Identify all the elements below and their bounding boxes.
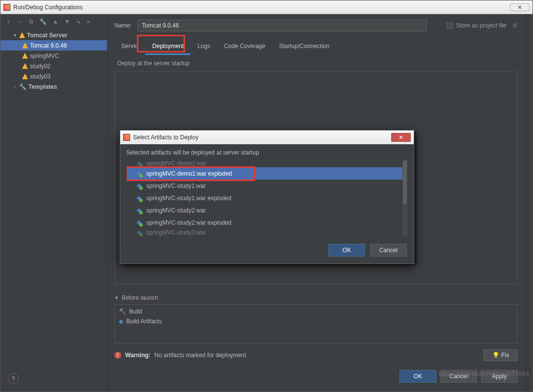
move-up-button[interactable]: ▲ xyxy=(53,18,58,25)
modal-cancel-button[interactable]: Cancel xyxy=(370,244,407,257)
tab-server[interactable]: Server xyxy=(114,39,145,55)
cancel-button[interactable]: Cancel xyxy=(440,370,477,383)
window-title: Run/Debug Configurations xyxy=(13,4,82,11)
config-header: Name: Store as project file ⚙ xyxy=(107,14,525,34)
before-launch-list[interactable]: 🔨 Build ◆ Build Artifacts xyxy=(114,304,518,343)
tree-leaf-study03[interactable]: study03 xyxy=(0,71,107,81)
tree-leaf-study02[interactable]: study02 xyxy=(0,61,107,71)
tab-code-coverage[interactable]: Code Coverage xyxy=(217,39,272,55)
artifact-icon xyxy=(135,160,142,167)
config-tree: ▾ Tomcat Server Tomcat 9.0.46 springMVC … xyxy=(0,29,107,93)
tomcat-icon xyxy=(22,53,28,59)
artifact-row[interactable]: springMVC-demo1:war xyxy=(127,159,407,167)
config-sidebar: ＋ － ⧉ 🔧 ▲ ▼ ↳ » ▾ Tomcat Server Tomcat 9… xyxy=(0,14,107,392)
sidebar-toolbar: ＋ － ⧉ 🔧 ▲ ▼ ↳ » xyxy=(0,14,107,29)
checkbox-box xyxy=(447,23,453,29)
store-label: Store as project file xyxy=(456,22,506,29)
gear-icon[interactable]: ⚙ xyxy=(512,22,518,29)
warning-row: ! Warning: No artifacts marked for deplo… xyxy=(114,349,518,361)
artifact-icon xyxy=(135,229,142,236)
app-icon xyxy=(3,4,10,11)
artifact-icon: ◆ xyxy=(119,318,123,325)
right-scrollbar[interactable] xyxy=(525,14,533,392)
deploy-section-label: Deploy at the server startup xyxy=(114,58,518,69)
modal-buttons: OK Cancel xyxy=(120,237,414,263)
before-launch-item-label: Build Artifacts xyxy=(126,318,162,325)
chevron-down-icon: ▾ xyxy=(12,32,17,38)
before-launch-item-label: Build xyxy=(129,308,142,315)
tomcat-icon xyxy=(19,32,25,38)
chevron-right-icon: › xyxy=(12,84,17,89)
tab-logs[interactable]: Logs xyxy=(190,39,217,55)
warning-icon: ! xyxy=(114,352,121,359)
help-button[interactable]: ? xyxy=(8,373,19,384)
edit-defaults-button[interactable]: 🔧 xyxy=(39,18,47,25)
tree-leaf-tomcat9046[interactable]: Tomcat 9.0.46 xyxy=(0,40,107,51)
remove-config-button[interactable]: － xyxy=(17,18,23,26)
tree-node-label: Templates xyxy=(28,83,57,90)
artifact-row-selected[interactable]: springMVC-demo1:war exploded xyxy=(127,167,407,180)
tomcat-icon xyxy=(22,74,28,79)
warning-bold: Warning: xyxy=(125,352,151,359)
tab-startup-connection[interactable]: Startup/Connection xyxy=(272,39,336,55)
close-icon: ✕ xyxy=(399,134,403,141)
expand-button[interactable]: » xyxy=(87,18,90,25)
modal-close-button[interactable]: ✕ xyxy=(391,133,411,142)
before-launch-item-build[interactable]: 🔨 Build xyxy=(116,307,516,316)
tree-leaf-label: springMVC xyxy=(30,52,59,59)
bulb-icon: 💡 xyxy=(492,352,500,359)
tree-leaf-label: study02 xyxy=(30,63,51,70)
name-label: Name: xyxy=(114,22,132,29)
before-launch-item-build-artifacts[interactable]: ◆ Build Artifacts xyxy=(116,316,516,326)
select-artifacts-dialog: Select Artifacts to Deploy ✕ Selected ar… xyxy=(120,130,414,264)
hammer-icon: 🔨 xyxy=(119,308,126,315)
artifact-icon xyxy=(135,195,142,202)
modal-title: Select Artifacts to Deploy xyxy=(133,134,198,141)
tree-node-tomcat-server[interactable]: ▾ Tomcat Server xyxy=(0,30,107,40)
modal-titlebar: Select Artifacts to Deploy ✕ xyxy=(120,131,414,144)
fix-label: Fix xyxy=(502,352,509,359)
folder-button[interactable]: ↳ xyxy=(76,18,81,25)
artifact-row[interactable]: springMVC-study1:war exploded xyxy=(127,192,407,204)
tree-leaf-springmvc[interactable]: springMVC xyxy=(0,51,107,61)
fix-button[interactable]: 💡 Fix xyxy=(483,349,518,361)
tomcat-icon xyxy=(22,43,28,49)
artifact-icon xyxy=(135,170,142,177)
modal-subtitle: Selected artifacts will be deployed at s… xyxy=(126,149,408,156)
apply-button[interactable]: Apply xyxy=(481,370,518,383)
window-close-button[interactable]: ✕ xyxy=(510,3,530,11)
chevron-down-icon: ▼ xyxy=(114,295,119,300)
artifact-icon xyxy=(135,207,142,214)
tomcat-icon xyxy=(22,63,28,69)
artifact-row[interactable]: springMVC-study2:war xyxy=(127,204,407,216)
ok-button[interactable]: OK xyxy=(400,370,436,383)
window-titlebar: Run/Debug Configurations ✕ xyxy=(0,0,533,14)
tree-node-templates[interactable]: › 🔧 Templates xyxy=(0,81,107,92)
dialog-buttons: OK Cancel Apply xyxy=(107,361,525,392)
warning-text: No artifacts marked for deployment xyxy=(155,352,246,359)
app-icon xyxy=(123,134,130,141)
artifact-icon xyxy=(135,183,142,189)
store-as-project-file-checkbox[interactable]: Store as project file xyxy=(447,22,506,29)
config-tabbar: Server Deployment Logs Code Coverage Sta… xyxy=(107,34,525,55)
wrench-icon: 🔧 xyxy=(19,83,27,90)
before-launch-header[interactable]: ▼ Before launch xyxy=(114,291,518,304)
tree-node-label: Tomcat Server xyxy=(27,32,67,39)
artifact-list-scrollbar[interactable] xyxy=(402,159,407,236)
artifact-list[interactable]: springMVC-demo1:war springMVC-demo1:war … xyxy=(126,159,408,237)
artifact-row[interactable]: springMVC-study2:war exploded xyxy=(127,216,407,229)
artifact-icon xyxy=(135,219,142,226)
close-icon: ✕ xyxy=(517,4,522,11)
add-config-button[interactable]: ＋ xyxy=(5,18,11,26)
config-name-input[interactable] xyxy=(137,20,427,31)
artifact-row[interactable]: springMVC-study3:war xyxy=(127,229,407,236)
tree-leaf-label: Tomcat 9.0.46 xyxy=(30,42,67,49)
before-launch-title: Before launch xyxy=(122,294,158,301)
scrollbar-thumb[interactable] xyxy=(403,160,407,205)
tab-deployment[interactable]: Deployment xyxy=(145,39,190,55)
copy-config-button[interactable]: ⧉ xyxy=(29,18,33,25)
modal-ok-button[interactable]: OK xyxy=(328,244,365,257)
move-down-button[interactable]: ▼ xyxy=(64,18,70,25)
artifact-row[interactable]: springMVC-study1:war xyxy=(127,180,407,192)
tree-leaf-label: study03 xyxy=(30,73,51,80)
